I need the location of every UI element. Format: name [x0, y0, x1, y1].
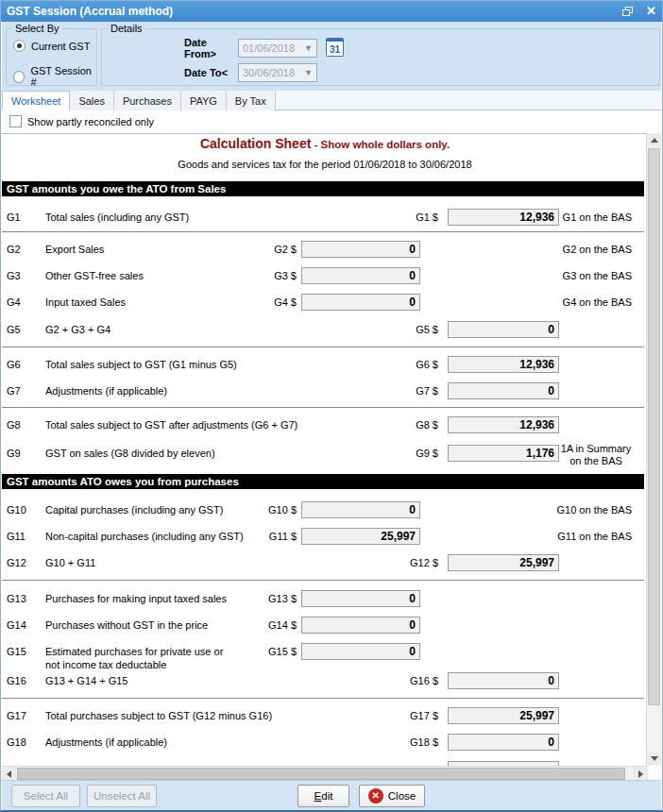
tab-strip: Worksheet Sales Purchases PAYG By Tax: [2, 91, 661, 110]
show-partly-reconciled-checkbox[interactable]: [9, 115, 22, 127]
calendar-icon[interactable]: 31: [326, 38, 344, 57]
amount-input-G7[interactable]: 0: [448, 382, 559, 399]
radio-gst-session[interactable]: GST Session #: [13, 65, 96, 88]
bas-note: G10 on the BAS: [557, 501, 633, 518]
edit-button[interactable]: Edit: [298, 785, 349, 807]
row-description: Purchases without GST in the price: [45, 617, 208, 632]
row-description: Total sales subject to GST (G1 minus G5): [45, 356, 237, 371]
row-description: Total sales (including any GST): [45, 209, 189, 224]
row-divider: [2, 698, 644, 699]
restore-window-icon[interactable]: [622, 7, 633, 16]
scroll-down-icon[interactable]: [647, 752, 661, 766]
radio-current-gst[interactable]: Current GST: [13, 40, 90, 52]
row-description: G13 + G14 + G15: [45, 672, 128, 687]
amount-label: G9 $: [372, 445, 438, 462]
tab-payg[interactable]: PAYG: [181, 91, 227, 110]
row-code-G16: G16: [7, 672, 26, 689]
row-code-G8: G8: [7, 416, 21, 433]
unselect-all-button[interactable]: Unselect All: [87, 785, 157, 807]
amount-label: G2 $: [230, 241, 297, 258]
radio-button-icon[interactable]: [13, 71, 25, 83]
row-code-G15: G15: [7, 643, 26, 660]
row-code-G12: G12: [7, 554, 26, 571]
bas-note: G4 on the BAS: [563, 294, 632, 311]
row-description: Input taxed Sales: [45, 294, 126, 309]
amount-label: G1 $: [372, 209, 438, 226]
titlebar: GST Session (Accrual method) ✕: [1, 1, 662, 22]
amount-input-G6[interactable]: 12,936: [448, 356, 559, 373]
date-to-label: Date To<: [184, 67, 241, 78]
tab-by-tax[interactable]: By Tax: [227, 91, 276, 110]
row-code-G9: G9: [7, 445, 21, 462]
bas-note: G3 on the BAS: [563, 267, 632, 284]
amount-input-G8[interactable]: 12,936: [448, 416, 559, 433]
amount-label: G14 $: [230, 617, 297, 634]
row-code-G2: G2: [7, 241, 21, 258]
amount-input-G16[interactable]: 0: [448, 672, 559, 689]
row-divider: [2, 347, 644, 347]
scroll-left-icon[interactable]: [2, 767, 16, 781]
row-code-G7: G7: [7, 382, 21, 399]
row-divider: [2, 231, 644, 232]
tab-worksheet[interactable]: Worksheet: [2, 91, 70, 110]
bas-note: G1 on the BAS: [563, 209, 632, 226]
amount-input-G13[interactable]: 0: [301, 590, 420, 607]
sheet-title: Calculation Sheet - Show whole dollars o…: [2, 136, 648, 151]
amount-input-G11[interactable]: 25,997: [301, 528, 420, 545]
amount-input-G3[interactable]: 0: [301, 267, 420, 284]
amount-input-G2[interactable]: 0: [301, 241, 420, 258]
amount-input-G14[interactable]: 0: [301, 617, 420, 634]
select-by-group: Select By Current GST GST Session #: [6, 28, 97, 86]
row-description: Non-capital purchases (including any GST…: [45, 528, 244, 543]
amount-input-G18[interactable]: 0: [448, 734, 559, 751]
row-code-G10: G10: [7, 501, 26, 518]
horizontal-scrollbar[interactable]: [2, 766, 648, 781]
vertical-scrollbar-thumb[interactable]: [648, 148, 660, 705]
vertical-scrollbar[interactable]: [646, 133, 661, 766]
amount-label: G8 $: [372, 416, 438, 433]
close-button[interactable]: ✕Close: [359, 785, 425, 807]
amount-input-G17[interactable]: 25,997: [448, 707, 559, 724]
amount-input-G12[interactable]: 25,997: [448, 554, 559, 571]
amount-input-G4[interactable]: 0: [301, 294, 420, 311]
section-header: GST amounts ATO owes you from purchases: [2, 474, 644, 489]
tab-sales[interactable]: Sales: [70, 91, 114, 110]
row-code-G4: G4: [7, 294, 21, 311]
sheet-period-line: Goods and services tax for the period 01…: [2, 159, 648, 170]
row-description: Export Sales: [45, 241, 104, 256]
checkbox-label: Show partly reconciled only: [27, 116, 154, 127]
row-code-G18: G18: [7, 734, 26, 751]
row-code-G5: G5: [7, 321, 21, 338]
amount-input-G15[interactable]: 0: [301, 643, 420, 660]
filter-row: Show partly reconciled only: [2, 110, 646, 132]
amount-label: G4 $: [230, 294, 297, 311]
row-divider: [2, 407, 644, 408]
scroll-right-icon[interactable]: [634, 767, 648, 781]
row-description: Total sales subject to GST after adjustm…: [45, 416, 298, 431]
scroll-up-icon[interactable]: [647, 133, 661, 147]
close-window-icon[interactable]: ✕: [646, 7, 656, 16]
amount-label: G15 $: [230, 643, 297, 660]
row-description: Adjustments (if applicable): [45, 734, 167, 749]
radio-label: Current GST: [31, 41, 90, 52]
horizontal-scrollbar-thumb[interactable]: [17, 768, 625, 780]
amount-label: G16 $: [372, 672, 438, 689]
amount-input-G5[interactable]: 0: [448, 321, 559, 338]
row-code-G13: G13: [7, 590, 26, 607]
amount-label: G18 $: [372, 734, 438, 751]
amount-input-G1[interactable]: 12,936: [448, 209, 559, 226]
date-to-input[interactable]: 30/06/2018 ▼: [238, 63, 317, 82]
row-code-G1: G1: [7, 209, 21, 226]
row-description: Total purchases subject to GST (G12 minu…: [45, 707, 272, 722]
row-description: G2 + G3 + G4: [45, 321, 110, 336]
amount-input-G9[interactable]: 1,176: [448, 445, 559, 462]
amount-input-G10[interactable]: 0: [301, 501, 420, 518]
radio-button-icon[interactable]: [13, 40, 26, 52]
details-group: Details Date From> 01/06/2018 ▼ 31 Date …: [101, 28, 660, 86]
select-all-button[interactable]: Select All: [11, 785, 80, 807]
tab-purchases[interactable]: Purchases: [114, 91, 181, 110]
date-from-input[interactable]: 01/06/2018 ▼: [238, 39, 317, 58]
close-red-icon: ✕: [368, 788, 383, 804]
row-description: Purchases for making input taxed sales: [45, 590, 227, 605]
bas-note: G11 on the BAS: [557, 528, 632, 545]
